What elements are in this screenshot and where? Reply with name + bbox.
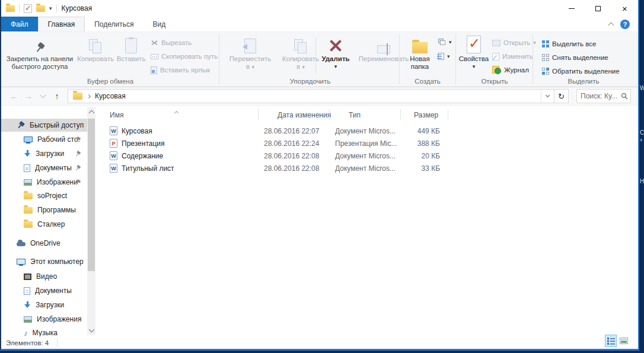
file-date: 28.06.2016 22:08 — [264, 164, 335, 173]
cut-button[interactable]: Вырезать — [151, 37, 192, 49]
column-header-date[interactable]: Дата изменения — [264, 108, 335, 122]
main-area: Быстрый доступ Рабочий сто. Загрузки Док… — [1, 106, 638, 336]
sidebar-item-onedrive[interactable]: OneDrive — [1, 237, 87, 250]
sidebar-item-documents[interactable]: Документы — [1, 161, 87, 174]
pushpin-icon — [31, 39, 48, 56]
sidebar-item-downloads[interactable]: Загрузки — [1, 147, 87, 160]
select-none-button[interactable]: Снять выделение — [542, 52, 608, 63]
thumbnails-view-icon — [620, 338, 628, 344]
address-dropdown-button[interactable] — [541, 90, 554, 103]
file-rows: W Курсовая 28.06.2016 22:07 Документ Mic… — [96, 125, 638, 174]
pin-to-quick-access-button[interactable]: Закрепить на панели быстрого доступа — [4, 34, 76, 75]
close-button[interactable]: × — [611, 0, 638, 17]
address-field[interactable]: Курсовая — [68, 89, 554, 103]
onedrive-cloud-icon — [17, 242, 25, 246]
button-label: Копировать — [282, 55, 319, 63]
file-row-prezentaciya[interactable]: P Презентация 28.06.2016 22:24 Презентац… — [96, 137, 638, 150]
button-label: Журнал — [504, 66, 529, 74]
chevron-down-icon — [88, 327, 94, 333]
copy-path-button[interactable]: Скопировать путь — [151, 50, 218, 62]
sidebar-item-downloads-pc[interactable]: Загрузки — [1, 298, 87, 311]
new-folder-button[interactable]: Новая папка — [403, 34, 437, 75]
properties-button[interactable]: ✓ Свойства ▾ — [458, 34, 490, 75]
recent-locations-dropdown[interactable] — [36, 89, 50, 103]
tab-share[interactable]: Поделиться — [85, 17, 143, 31]
items-count: Элементов: 4 — [1, 339, 49, 346]
open-icon — [492, 40, 500, 46]
tab-file[interactable]: Файл — [1, 17, 38, 31]
paste-button[interactable]: Вставить — [115, 34, 147, 75]
column-header-name[interactable]: Имя — [96, 108, 264, 122]
forward-button[interactable]: → — [21, 89, 36, 103]
file-row-soderzhanie[interactable]: W Содержание 28.06.2016 22:08 Документ M… — [96, 150, 638, 162]
paste-shortcut-button[interactable]: Вставить ярлык — [151, 64, 210, 76]
tab-view[interactable]: Вид — [143, 17, 175, 31]
group-label-clipboard: Буфер обмена — [4, 78, 217, 85]
sidebar-item-this-pc[interactable]: Этот компьютер — [1, 255, 87, 268]
delete-button[interactable]: Удалить ▾ — [317, 34, 354, 75]
sidebar-item-label: Сталкер — [37, 220, 65, 228]
copy-button[interactable]: Копировать — [77, 34, 114, 75]
maximize-button[interactable] — [585, 0, 611, 17]
button-label: Копировать — [77, 55, 114, 63]
details-view-button[interactable] — [605, 335, 617, 347]
collapse-ribbon-icon[interactable] — [608, 23, 614, 28]
file-row-kursovaya[interactable]: W Курсовая 28.06.2016 22:07 Документ Mic… — [96, 125, 638, 137]
column-header-type[interactable]: Тип — [335, 108, 400, 122]
scroll-up-button[interactable] — [87, 107, 95, 116]
sidebar-item-stalker[interactable]: Сталкер — [1, 218, 87, 231]
column-separator[interactable] — [448, 109, 448, 120]
delete-x-icon — [328, 38, 343, 53]
sidebar-item-soproject[interactable]: soProject — [1, 189, 87, 202]
qat-properties-button[interactable]: ✓ — [24, 4, 32, 13]
sidebar-item-documents-pc[interactable]: Документы — [1, 284, 87, 297]
select-all-button[interactable]: Выделить все — [542, 38, 596, 50]
file-date: 28.06.2016 22:07 — [264, 127, 335, 135]
qat-new-folder-button[interactable] — [36, 5, 45, 12]
thumbnails-view-button[interactable] — [618, 335, 630, 347]
video-icon — [24, 274, 31, 280]
sidebar-item-desktop[interactable]: Рабочий сто. — [1, 133, 87, 146]
button-label: Обратить выделение — [552, 68, 620, 75]
invert-selection-icon — [542, 68, 549, 75]
button-label: Вырезать — [161, 39, 192, 46]
column-separator[interactable] — [400, 109, 401, 120]
separator — [19, 4, 20, 12]
up-button[interactable]: ↑ — [50, 89, 64, 103]
scrollbar-thumb[interactable] — [88, 119, 95, 271]
sidebar-item-pictures-pc[interactable]: Изображения — [1, 313, 87, 326]
tab-home[interactable]: Главная — [38, 17, 85, 31]
minimize-button[interactable] — [558, 0, 585, 17]
new-item-button[interactable]: ▾ — [438, 36, 452, 48]
breadcrumb-item[interactable]: Курсовая — [95, 92, 126, 100]
quick-access-toolbar: ✓ ▾ — [1, 4, 57, 13]
file-type: Документ Micros... — [335, 152, 400, 160]
edit-button[interactable]: Изменить — [492, 50, 533, 62]
column-separator[interactable] — [258, 109, 259, 120]
qat-customize-dropdown[interactable]: ▾ — [49, 5, 52, 11]
scroll-down-button[interactable] — [87, 326, 95, 335]
move-to-button[interactable]: Переместить в ▾ — [224, 34, 277, 75]
documents-icon — [24, 164, 30, 172]
column-header-size[interactable]: Размер — [400, 108, 448, 122]
sidebar-item-label: Загрузки — [36, 301, 64, 309]
help-button[interactable]: ? — [620, 20, 630, 29]
edit-icon — [492, 53, 499, 61]
sidebar-item-programs[interactable]: Программы — [1, 203, 87, 217]
sidebar-item-quick-access[interactable]: Быстрый доступ — [1, 119, 87, 132]
back-button[interactable]: ← — [7, 89, 21, 103]
button-label: в — [297, 63, 300, 70]
sidebar-scrollbar[interactable] — [87, 107, 95, 335]
minimize-icon — [569, 8, 575, 9]
easy-access-button[interactable]: ▾ — [438, 50, 450, 62]
invert-selection-button[interactable]: Обратить выделение — [542, 65, 620, 77]
file-row-titulnyj-list[interactable]: W Титульный лист 28.06.2016 22:08 Докуме… — [96, 162, 638, 174]
sidebar-item-pictures[interactable]: Изображени — [1, 176, 87, 189]
sidebar-item-videos[interactable]: Видео — [1, 270, 87, 283]
refresh-button[interactable]: ↻ — [554, 89, 569, 103]
history-button[interactable]: Журнал — [492, 64, 529, 76]
open-button[interactable]: Открыть ▾ — [492, 37, 536, 49]
file-name: Курсовая — [122, 127, 264, 135]
column-separator[interactable] — [329, 109, 330, 120]
word-file-icon: W — [110, 151, 117, 160]
